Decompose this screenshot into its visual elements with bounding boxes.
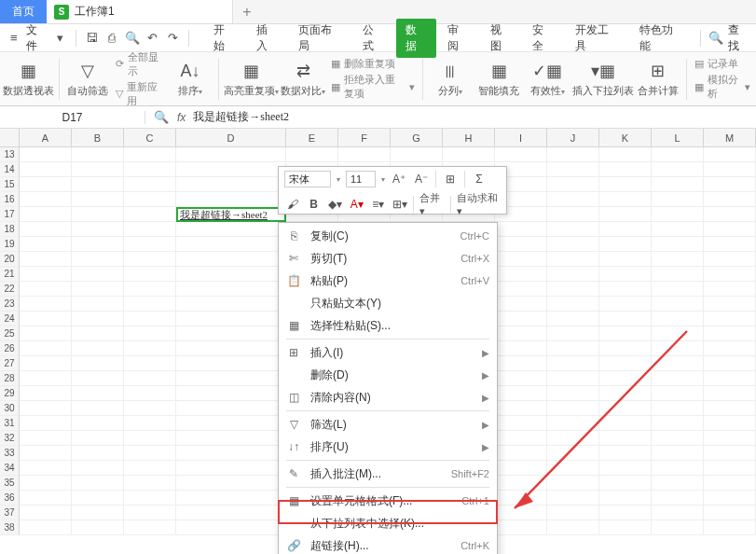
- cell-G13[interactable]: [391, 147, 443, 162]
- cell-B38[interactable]: [72, 520, 124, 535]
- cell-C30[interactable]: [124, 401, 176, 416]
- column-header-H[interactable]: H: [443, 129, 495, 147]
- cell-K23[interactable]: [599, 297, 652, 312]
- cell-K29[interactable]: [599, 386, 652, 401]
- merge-icon[interactable]: ⊞: [442, 171, 459, 187]
- cell-C23[interactable]: [124, 297, 176, 312]
- cell-C19[interactable]: [124, 237, 176, 252]
- column-header-G[interactable]: G: [391, 129, 443, 147]
- cell-C18[interactable]: [124, 222, 176, 237]
- cell-A18[interactable]: [20, 222, 72, 237]
- cell-B30[interactable]: [72, 401, 124, 416]
- column-header-M[interactable]: M: [704, 129, 756, 147]
- cell-C29[interactable]: [124, 386, 176, 401]
- cell-A22[interactable]: [20, 282, 72, 297]
- row-header-13[interactable]: 13: [0, 147, 20, 162]
- row-header-25[interactable]: 25: [0, 326, 20, 341]
- cell-I37[interactable]: [495, 506, 547, 520]
- context-item-0[interactable]: ⎘复制(C)Ctrl+C: [279, 225, 497, 247]
- cell-L25[interactable]: [652, 326, 704, 341]
- cell-K15[interactable]: [599, 177, 652, 192]
- cell-C37[interactable]: [124, 506, 176, 520]
- cell-A25[interactable]: [20, 326, 72, 341]
- cell-I30[interactable]: [495, 401, 547, 416]
- cell-K22[interactable]: [599, 282, 652, 297]
- cell-L24[interactable]: [652, 312, 704, 326]
- cell-A21[interactable]: [20, 267, 72, 282]
- cell-M23[interactable]: [704, 297, 756, 312]
- cell-L37[interactable]: [652, 506, 704, 520]
- menu-tab-2[interactable]: 页面布局: [289, 19, 351, 58]
- menu-tab-5[interactable]: 审阅: [438, 19, 478, 58]
- chevron-down-icon[interactable]: ▾: [337, 175, 340, 184]
- ribbon-dropdown[interactable]: ▾▦ 插入下拉列表: [575, 60, 629, 98]
- cell-K34[interactable]: [599, 461, 652, 476]
- cell-B21[interactable]: [72, 267, 124, 282]
- cell-A31[interactable]: [20, 416, 72, 431]
- context-item-6[interactable]: ⊞插入(I)▶: [279, 341, 497, 364]
- row-header-23[interactable]: 23: [0, 297, 20, 312]
- ribbon-compare[interactable]: ⇄ 数据对比▾: [282, 60, 323, 98]
- cell-M24[interactable]: [704, 312, 756, 326]
- cell-J22[interactable]: [547, 282, 599, 297]
- cell-M29[interactable]: [704, 386, 756, 401]
- cell-C15[interactable]: [124, 177, 176, 192]
- cell-B34[interactable]: [72, 461, 124, 476]
- cell-C20[interactable]: [124, 252, 176, 267]
- cell-D28[interactable]: [176, 371, 286, 386]
- cell-M18[interactable]: [704, 222, 756, 237]
- cell-M36[interactable]: [704, 491, 756, 506]
- cell-I20[interactable]: [495, 252, 547, 267]
- cell-D17[interactable]: 我是超链接→sheet2: [176, 207, 286, 222]
- cell-M19[interactable]: [704, 237, 756, 252]
- row-header-31[interactable]: 31: [0, 416, 20, 431]
- context-item-10[interactable]: ▽筛选(L)▶: [279, 413, 497, 436]
- cell-B14[interactable]: [72, 162, 124, 177]
- cell-A35[interactable]: [20, 476, 72, 491]
- row-header-38[interactable]: 38: [0, 520, 20, 535]
- cell-K26[interactable]: [599, 341, 652, 356]
- cell-D37[interactable]: [176, 506, 286, 520]
- context-item-3[interactable]: 只粘贴文本(Y): [279, 292, 497, 314]
- column-header-E[interactable]: E: [286, 129, 338, 147]
- cell-A28[interactable]: [20, 371, 72, 386]
- ribbon-sort[interactable]: A↓ 排序▾: [170, 60, 211, 98]
- cell-A27[interactable]: [20, 356, 72, 371]
- cell-B23[interactable]: [72, 297, 124, 312]
- border-icon[interactable]: ⊞▾: [392, 196, 407, 213]
- cell-M28[interactable]: [704, 371, 756, 386]
- cell-A16[interactable]: [20, 192, 72, 207]
- cell-I21[interactable]: [495, 267, 547, 282]
- row-header-29[interactable]: 29: [0, 386, 20, 401]
- cell-D22[interactable]: [176, 282, 286, 297]
- column-header-F[interactable]: F: [338, 129, 391, 147]
- cell-D38[interactable]: [176, 520, 286, 535]
- column-header-I[interactable]: I: [495, 129, 547, 147]
- cell-K16[interactable]: [599, 192, 652, 207]
- print-icon[interactable]: ⎙: [104, 30, 121, 47]
- cell-C34[interactable]: [124, 461, 176, 476]
- cell-C36[interactable]: [124, 491, 176, 506]
- cell-M35[interactable]: [704, 476, 756, 491]
- cell-K32[interactable]: [599, 431, 652, 446]
- menu-tab-7[interactable]: 安全: [523, 19, 563, 58]
- cell-K36[interactable]: [599, 491, 652, 506]
- context-item-2[interactable]: 📋粘贴(P)Ctrl+V: [279, 270, 497, 292]
- context-item-8[interactable]: ◫清除内容(N)▶: [279, 386, 497, 409]
- cell-J16[interactable]: [547, 192, 599, 207]
- cell-B20[interactable]: [72, 252, 124, 267]
- cell-D23[interactable]: [176, 297, 286, 312]
- column-header-A[interactable]: A: [20, 129, 72, 147]
- context-item-1[interactable]: ✄剪切(T)Ctrl+X: [279, 247, 497, 270]
- context-item-7[interactable]: 删除(D)▶: [279, 364, 497, 386]
- tab-home[interactable]: 首页: [0, 0, 47, 23]
- ribbon-reapply[interactable]: ▽重新应用: [116, 80, 162, 108]
- context-item-16[interactable]: 从下拉列表中选择(K)...: [279, 512, 497, 534]
- cell-J37[interactable]: [547, 506, 599, 520]
- ribbon-removedup[interactable]: ▦删除重复项: [331, 57, 414, 71]
- cell-J30[interactable]: [547, 401, 599, 416]
- cell-M15[interactable]: [704, 177, 756, 192]
- cell-I18[interactable]: [495, 222, 547, 237]
- cell-L18[interactable]: [652, 222, 704, 237]
- cell-K38[interactable]: [599, 520, 652, 535]
